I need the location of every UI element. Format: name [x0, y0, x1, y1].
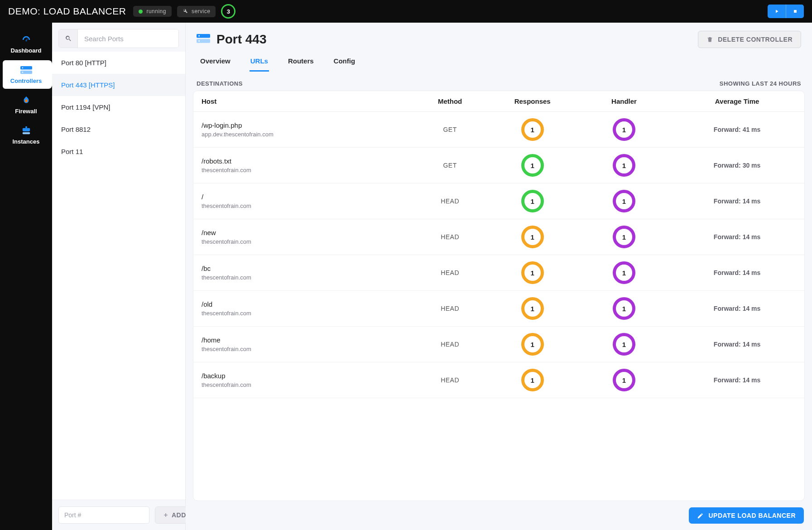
avg-time: Forward: 30 ms — [714, 162, 760, 169]
update-button[interactable]: UPDATE LOAD BALANCER — [689, 507, 804, 524]
svg-point-13 — [198, 40, 200, 42]
svg-point-5 — [22, 67, 23, 68]
status-dot-icon — [139, 10, 143, 14]
trash-icon — [706, 36, 713, 43]
delete-controller-label: DELETE CONTROLLER — [718, 36, 793, 43]
avg-time: Forward: 14 ms — [714, 305, 760, 312]
nav-item-label: Controllers — [10, 77, 42, 84]
responses-ring: 1 — [521, 369, 544, 391]
responses-ring: 1 — [521, 333, 544, 356]
table-row[interactable]: /oldthescentofrain.comHEAD11Forward: 14 … — [193, 291, 804, 327]
port-item[interactable]: Port 11 — [52, 140, 185, 163]
delete-controller-button[interactable]: DELETE CONTROLLER — [698, 31, 801, 48]
col-responses: Responses — [487, 91, 578, 112]
nav-item-label: Dashboard — [11, 47, 42, 54]
method: HEAD — [441, 233, 459, 241]
new-port-input[interactable] — [58, 506, 149, 524]
tab-overview[interactable]: Overview — [199, 53, 231, 72]
handler-ring: 1 — [613, 369, 635, 391]
stop-button[interactable] — [786, 5, 804, 18]
app-title: DEMO: LOAD BALANCER — [8, 6, 126, 17]
handler-ring: 1 — [613, 333, 635, 356]
server-icon — [197, 34, 210, 45]
type-label: service — [192, 8, 211, 14]
host-domain: thescentofrain.com — [202, 381, 405, 388]
avg-time: Forward: 14 ms — [714, 341, 760, 348]
host-domain: thescentofrain.com — [202, 202, 405, 209]
search-icon — [59, 29, 78, 48]
nav-item-label: Instances — [13, 138, 40, 145]
main-panel: Port 443 DELETE CONTROLLER OverviewURLsR… — [186, 23, 812, 530]
method: GET — [443, 162, 456, 169]
port-list: Port 80 [HTTP]Port 443 [HTTPS]Port 1194 … — [52, 52, 185, 500]
svg-rect-7 — [22, 128, 29, 131]
instances-icon — [20, 126, 32, 135]
svg-rect-9 — [25, 126, 27, 128]
host-domain: thescentofrain.com — [202, 346, 405, 352]
avg-time: Forward: 41 ms — [714, 126, 760, 133]
col-host: Host — [193, 91, 413, 112]
tabs: OverviewURLsRoutersConfig — [186, 51, 812, 72]
svg-rect-0 — [794, 10, 797, 13]
table-row[interactable]: /robots.txtthescentofrain.comGET11Forwar… — [193, 148, 804, 183]
dashboard-icon — [20, 35, 32, 44]
handler-ring: 1 — [613, 297, 635, 320]
tab-config[interactable]: Config — [333, 53, 356, 72]
method: HEAD — [441, 198, 459, 205]
method: HEAD — [441, 269, 459, 276]
nav-item-firewall[interactable]: Firewall — [3, 91, 49, 119]
responses-ring: 1 — [521, 261, 544, 284]
col-method: Method — [413, 91, 487, 112]
table-row[interactable]: /backupthescentofrain.comHEAD11Forward: … — [193, 362, 804, 398]
host-domain: thescentofrain.com — [202, 310, 405, 317]
table-row[interactable]: /bcthescentofrain.comHEAD11Forward: 14 m… — [193, 255, 804, 291]
svg-point-12 — [198, 35, 200, 37]
method: GET — [443, 126, 456, 133]
section-title: DESTINATIONS — [197, 80, 243, 87]
table-row[interactable]: /newthescentofrain.comHEAD11Forward: 14 … — [193, 219, 804, 255]
type-pill: service — [177, 6, 216, 17]
port-item[interactable]: Port 80 [HTTP] — [52, 52, 185, 74]
destinations-table: Host Method Responses Handler Average Ti… — [193, 91, 804, 398]
handler-ring: 1 — [613, 118, 635, 141]
handler-ring: 1 — [613, 261, 635, 284]
host-domain: thescentofrain.com — [202, 274, 405, 281]
method: HEAD — [441, 376, 459, 384]
method: HEAD — [441, 305, 459, 312]
nav-item-label: Firewall — [15, 108, 37, 115]
nav-item-dashboard[interactable]: Dashboard — [3, 30, 49, 58]
nav-item-controllers[interactable]: Controllers — [3, 60, 52, 89]
avg-time: Forward: 14 ms — [714, 233, 760, 241]
avg-time: Forward: 14 ms — [714, 198, 760, 205]
port-item[interactable]: Port 443 [HTTPS] — [52, 74, 185, 96]
tab-urls[interactable]: URLs — [250, 53, 269, 72]
responses-ring: 1 — [521, 190, 544, 212]
tab-routers[interactable]: Routers — [287, 53, 315, 72]
table-row[interactable]: /thescentofrain.comHEAD11Forward: 14 ms — [193, 183, 804, 219]
status-label: running — [146, 8, 166, 14]
host-path: /home — [202, 336, 405, 344]
port-panel: Port 80 [HTTP]Port 443 [HTTPS]Port 1194 … — [52, 23, 186, 530]
col-handler: Handler — [578, 91, 670, 112]
method: HEAD — [441, 341, 459, 348]
responses-ring: 1 — [521, 154, 544, 177]
nav-item-instances[interactable]: Instances — [3, 121, 49, 149]
search-input[interactable] — [78, 29, 178, 48]
host-path: /bc — [202, 265, 405, 272]
host-domain: thescentofrain.com — [202, 238, 405, 245]
port-item[interactable]: Port 1194 [VPN] — [52, 96, 185, 118]
host-domain: app.dev.thescentofrain.com — [202, 131, 405, 138]
range-label: SHOWING LAST 24 HOURS — [720, 80, 801, 87]
host-path: / — [202, 193, 405, 201]
wrench-icon — [183, 8, 188, 15]
table-row[interactable]: /homethescentofrain.comHEAD11Forward: 14… — [193, 327, 804, 362]
col-avg: Average Time — [670, 91, 804, 112]
handler-ring: 1 — [613, 190, 635, 212]
edit-icon — [697, 512, 704, 519]
play-button[interactable] — [768, 5, 786, 18]
update-button-label: UPDATE LOAD BALANCER — [708, 512, 796, 519]
host-path: /backup — [202, 372, 405, 380]
host-path: /wp-login.php — [202, 121, 405, 129]
table-row[interactable]: /wp-login.phpapp.dev.thescentofrain.comG… — [193, 112, 804, 148]
port-item[interactable]: Port 8812 — [52, 118, 185, 140]
